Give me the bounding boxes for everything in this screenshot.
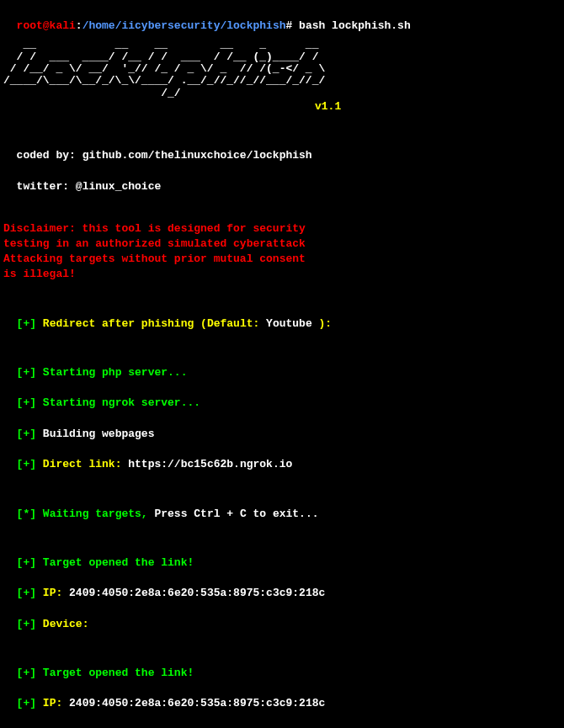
ascii-logo: __ __ __ __ _ __ / / ___ ____/ /__ / / _… xyxy=(3,39,561,98)
waiting-targets: [*] Waiting targets, Press Ctrl + C to e… xyxy=(3,491,561,521)
direct-link: [+] Direct link: https://bc15c62b.ngrok.… xyxy=(3,442,561,472)
target-ip: [+] IP: 2409:4050:2e8a:6e20:535a:8975:c3… xyxy=(3,681,561,711)
credits-twitter: twitter: @linux_choice xyxy=(3,163,561,194)
disclaimer-line-1: Disclaimer: this tool is designed for se… xyxy=(3,221,561,236)
target-device: [+] Device: Android 9 ASUS_X01BDA xyxy=(3,712,561,728)
target-opened: [+] Target opened the link! xyxy=(3,540,561,571)
prompt-user: root@kali xyxy=(17,19,76,32)
target-opened: [+] Target opened the link! xyxy=(3,651,561,681)
version-label: v1.1 xyxy=(3,99,561,114)
direct-link-url: https://bc15c62b.ngrok.io xyxy=(128,458,292,470)
disclaimer-line-2: testing in an authorized simulated cyber… xyxy=(3,236,561,252)
disclaimer-line-4: is illegal! xyxy=(3,267,561,282)
disclaimer-line-3: Attacking targets without prior mutual c… xyxy=(3,252,561,267)
status-ngrok: [+] Starting ngrok server... xyxy=(3,380,561,411)
status-build: [+] Building webpages xyxy=(3,412,561,442)
target-ip: [+] IP: 2409:4050:2e8a:6e20:535a:8975:c3… xyxy=(3,571,561,601)
status-php: [+] Starting php server... xyxy=(3,350,561,380)
target-device: [+] Device: xyxy=(3,602,561,632)
credits-codedby: coded by: github.com/thelinuxchoice/lock… xyxy=(3,133,561,163)
shell-prompt: root@kali:/home/iicybersecurity/lockphis… xyxy=(3,3,561,34)
prompt-command[interactable]: bash lockphish.sh xyxy=(299,19,411,32)
prompt-path: /home/iicybersecurity/lockphish xyxy=(82,19,286,32)
redirect-prompt[interactable]: [+] Redirect after phishing (Default: Yo… xyxy=(3,301,561,332)
